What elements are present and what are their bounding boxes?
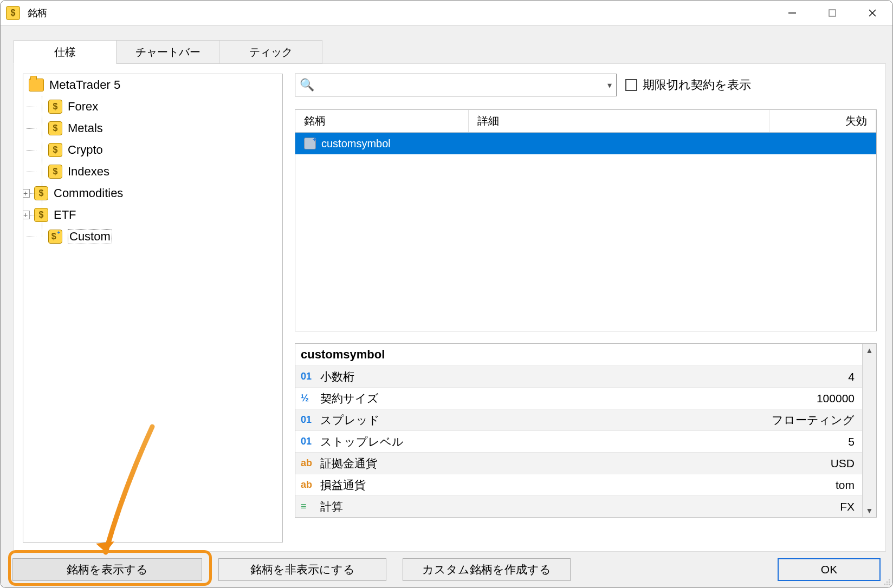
topbar: 🔍 ▾ 期限切れ契約を表示 [295,74,877,96]
tab-panel: MetaTrader 5 $Forex$Metals$Crypto$Indexe… [14,63,886,552]
property-key: ab損益通貨 [295,478,523,493]
footer: 銘柄を表示する 銘柄を非表示にする カスタム銘柄を作成する OK [7,552,886,587]
property-row[interactable]: 01ストップレベル5 [295,430,862,452]
create-custom-button[interactable]: カスタム銘柄を作成する [403,558,571,581]
tree-item[interactable]: $Indexes [38,161,282,182]
tab-label: ティック [249,45,293,60]
property-row[interactable]: ≡計算FX [295,495,862,517]
tab-chartbar[interactable]: チャートバー [117,40,219,64]
expired-label: 期限切れ契約を表示 [643,77,751,93]
property-row[interactable]: ½契約サイズ100000 [295,387,862,409]
minimize-button[interactable] [772,1,812,25]
cell-detail [469,133,769,154]
tab-spec[interactable]: 仕様 [14,40,117,64]
col-invalid[interactable]: 失効 [769,110,876,132]
symbol-group-icon: $ [48,165,62,179]
tab-tick[interactable]: ティック [219,40,322,64]
svg-point-4 [889,579,890,580]
property-value: フローティング [523,413,862,428]
symbol-group-icon: $ [48,100,62,114]
cell-symbol: customsymbol [295,133,469,154]
property-value: 5 [523,435,862,448]
property-row[interactable]: ab損益通貨tom [295,474,862,495]
hide-symbol-button[interactable]: 銘柄を非表示にする [218,558,386,581]
tab-label: 仕様 [54,45,76,60]
svg-point-9 [884,584,885,585]
tree-item[interactable]: +$ETF [38,204,282,226]
svg-rect-1 [829,10,836,16]
property-row[interactable]: 01小数桁4 [295,365,862,387]
tabs: 仕様 チャートバー ティック [14,40,322,64]
tree-item-label: Commodities [54,186,123,200]
property-key: 01スプレッド [295,413,523,428]
resize-grip-icon[interactable] [882,577,890,585]
grid-header: 銘柄 詳細 失効 [295,110,876,133]
property-type-icon: ≡ [301,501,315,512]
custom-symbol-icon [304,138,316,149]
property-key: 01ストップレベル [295,434,523,449]
scroll-up-icon[interactable]: ▲ [866,346,873,355]
property-key: 01小数桁 [295,369,523,384]
tree-item-label: Forex [68,100,98,114]
tree-item[interactable]: +$Commodities [38,182,282,204]
close-button[interactable] [852,1,892,25]
search-input[interactable] [319,79,603,92]
client-area: 仕様 チャートバー ティック MetaTrader 5 $Forex$Metal… [1,25,892,587]
svg-point-7 [886,582,888,583]
show-symbol-button[interactable]: 銘柄を表示する [12,558,202,581]
details-panel: customsymbol 01小数桁4½契約サイズ10000001スプレッドフロ… [295,343,877,518]
tab-label: チャートバー [135,45,200,60]
details-title: customsymbol [295,344,862,365]
chevron-down-icon[interactable]: ▾ [607,80,612,90]
symbol-grid: 銘柄 詳細 失効 customsymbol [295,109,877,331]
property-key: ab証拠金通貨 [295,456,523,471]
property-row[interactable]: 01スプレッドフローティング [295,409,862,430]
property-type-icon: ab [301,479,315,491]
window-title: 銘柄 [28,6,47,19]
tree-item-label: Indexes [68,165,109,179]
tree-item-label: ETF [54,208,76,222]
tree-item[interactable]: $Forex [38,96,282,117]
tree-item[interactable]: $Metals [38,117,282,139]
grid-body[interactable]: customsymbol [295,133,876,331]
search-box[interactable]: 🔍 ▾ [295,74,617,96]
property-value: FX [523,500,862,513]
app-icon: $ [6,6,20,20]
property-key: ½契約サイズ [295,391,523,406]
titlebar: $ 銘柄 [1,1,892,25]
symbol-group-icon: $ [48,143,62,157]
col-detail[interactable]: 詳細 [469,110,769,132]
svg-point-5 [889,582,890,583]
svg-point-6 [889,584,890,585]
tree-root-label: MetaTrader 5 [49,78,120,92]
search-icon: 🔍 [300,78,314,92]
expander-icon[interactable]: + [23,189,30,198]
checkbox-icon[interactable] [625,79,637,91]
symbol-group-icon: $ [48,121,62,135]
tree-root[interactable]: MetaTrader 5 [23,74,282,96]
symbol-group-icon: $ [48,230,62,244]
maximize-button[interactable] [812,1,852,25]
scroll-down-icon[interactable]: ▼ [866,506,873,515]
property-value: USD [523,457,862,470]
property-type-icon: 01 [301,371,315,382]
tree-item[interactable]: $Crypto [38,139,282,161]
property-key: ≡計算 [295,499,523,514]
table-row[interactable]: customsymbol [295,133,876,154]
ok-button[interactable]: OK [778,558,881,581]
tree-item-label: Crypto [68,143,103,157]
property-type-icon: 01 [301,436,315,447]
cell-invalid [769,133,876,154]
expired-checkbox[interactable]: 期限切れ契約を表示 [625,77,751,93]
property-value: 100000 [523,392,862,405]
tree-item-label: Custom [68,229,112,244]
symbol-tree[interactable]: MetaTrader 5 $Forex$Metals$Crypto$Indexe… [23,74,283,543]
property-type-icon: ab [301,458,315,469]
col-symbol[interactable]: 銘柄 [295,110,469,132]
property-row[interactable]: ab証拠金通貨USD [295,452,862,474]
symbols-window: $ 銘柄 仕様 チャートバー ティック [0,0,893,588]
property-value: 4 [523,370,862,383]
scrollbar[interactable]: ▲ ▼ [862,344,876,517]
expander-icon[interactable]: + [23,211,30,219]
tree-item[interactable]: $Custom [38,226,282,247]
